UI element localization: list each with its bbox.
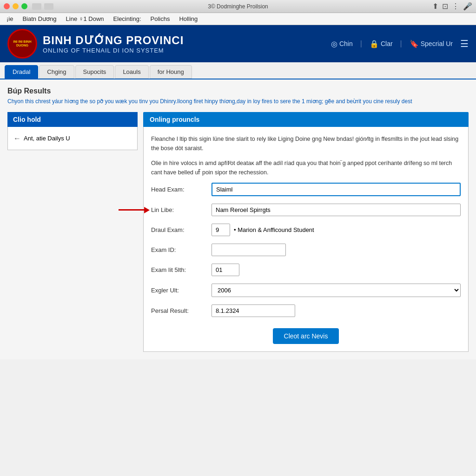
submit-button[interactable]: Cleot arc Nevis <box>273 328 339 344</box>
tab-chging[interactable]: Chging <box>39 65 74 79</box>
exam-lit-input[interactable] <box>212 264 239 276</box>
draul-exam-text: • Marion & Anfficound Student <box>234 226 314 233</box>
main-content: Búp Results Chyon this chrest yáur hìơng… <box>0 79 476 359</box>
lin-libe-input[interactable] <box>212 204 461 216</box>
close-button[interactable] <box>4 3 10 9</box>
exam-id-row: Exam ID: <box>151 244 461 256</box>
more-icon[interactable]: ⋮ <box>452 2 459 11</box>
lin-libe-row: Lin Libe: <box>151 204 461 216</box>
menu-file[interactable]: ¡ie <box>3 14 17 23</box>
clar-button[interactable]: 🔒 Clar <box>370 40 393 48</box>
chin-icon: ◎ <box>331 40 337 48</box>
persal-result-input[interactable] <box>212 304 295 317</box>
exam-lit-label: Exam Iit 5lth: <box>151 266 212 273</box>
header-left: INI INI BINH DUONG BINH DƯỚNG PROVINCI O… <box>7 29 184 59</box>
menu-polichs[interactable]: Polichs <box>147 14 174 23</box>
draul-exam-value: • Marion & Anfficound Student <box>212 224 314 236</box>
submit-row: Cleot arc Nevis <box>151 324 461 344</box>
hamburger-icon[interactable]: ☰ <box>460 38 469 49</box>
draul-exam-label: Draul Exam: <box>151 226 212 233</box>
person-icon: 🔖 <box>410 40 419 48</box>
exgler-ult-select[interactable]: 2006 2007 2008 <box>212 284 461 297</box>
left-panel: Clio hold ← Ant, atie Dailys U <box>7 112 138 352</box>
right-panel: Onling prouncls Fleanche l ltip this sig… <box>143 112 469 352</box>
header-title: BINH DƯỚNG PROVINCI <box>43 34 184 47</box>
arrow-line <box>119 209 144 211</box>
titlebar-right: ⬆ ⊡ ⋮ 🎤 <box>432 2 472 11</box>
header-nav-right: ◎ Chin | 🔒 Clar | 🔖 Specrial Ur ☰ <box>331 38 469 49</box>
mic-icon[interactable]: 🎤 <box>463 2 472 11</box>
left-panel-body: ← Ant, atie Dailys U <box>7 127 138 150</box>
back-icon[interactable] <box>32 3 41 10</box>
red-arrow-annotation <box>119 207 150 213</box>
exgler-ult-label: Exgler Ult: <box>151 287 212 294</box>
minimize-button[interactable] <box>13 3 19 9</box>
draul-exam-number-input[interactable] <box>212 224 230 236</box>
exam-id-label: Exam ID: <box>151 246 212 253</box>
description-text-1: Fleanche l ltip this sigin lüne tine sla… <box>151 134 461 153</box>
breadcrumb-label: Ant, atie Dailys U <box>24 135 70 142</box>
tab-loauls[interactable]: Loauls <box>115 65 148 79</box>
content-columns: Clio hold ← Ant, atie Dailys U Onling pr… <box>7 112 469 352</box>
right-panel-body: Fleanche l ltip this sigin lüne tine sla… <box>143 127 469 352</box>
exam-lit-row: Exam Iit 5lth: <box>151 264 461 276</box>
logo: INI INI BINH DUONG <box>7 29 37 59</box>
head-exam-label: Head Exam: <box>151 186 212 193</box>
description-text-2: Olie in hìre volocs in amd apfíf⁄ot deat… <box>151 159 461 177</box>
menu-holling[interactable]: Holling <box>175 14 201 23</box>
forward-icon[interactable] <box>44 3 53 10</box>
menu-line-down[interactable]: Line ♀1 Down <box>62 14 108 23</box>
titlebar: 3© Dodminghe Proilsion ⬆ ⊡ ⋮ 🎤 <box>0 0 476 13</box>
tab-for-houng[interactable]: for Houng <box>150 65 192 79</box>
header-subtitle: ONLING OF THENAIL DI ION SYSTEM <box>43 47 184 54</box>
persal-result-row: Persal Result: <box>151 304 461 317</box>
head-exam-input[interactable] <box>212 183 461 196</box>
exam-id-input[interactable] <box>212 244 286 256</box>
page-title: Búp Results <box>7 87 469 95</box>
left-panel-header: Clio hold <box>7 112 138 127</box>
head-exam-row: Head Exam: <box>151 183 461 196</box>
arrow-head-icon <box>144 207 150 213</box>
persal-result-label: Persal Result: <box>151 307 212 314</box>
tab-dradal[interactable]: Dradal <box>5 65 38 79</box>
back-arrow-icon[interactable]: ← <box>13 134 21 143</box>
menu-biatn[interactable]: Biatn Dương <box>19 14 60 23</box>
menu-elecinting[interactable]: Elecinting: <box>110 14 145 23</box>
maximize-button[interactable] <box>21 3 27 9</box>
exgler-ult-row: Exgler Ult: 2006 2007 2008 <box>151 284 461 297</box>
menubar: ¡ie Biatn Dương Line ♀1 Down Elecinting:… <box>0 13 476 25</box>
header-text: BINH DƯỚNG PROVINCI ONLING OF THENAIL DI… <box>43 34 184 54</box>
window-controls[interactable] <box>4 3 53 10</box>
divider-1: | <box>360 40 362 48</box>
bookmark-icon[interactable]: ⊡ <box>442 2 448 11</box>
draul-exam-row: Draul Exam: • Marion & Anfficound Studen… <box>151 224 461 236</box>
lin-libe-label: Lin Libe: <box>151 206 212 213</box>
lock-icon: 🔒 <box>370 40 379 48</box>
right-panel-header: Onling prouncls <box>143 112 469 127</box>
window-title: 3© Dodminghe Proilsion <box>208 3 268 10</box>
nav-tabs: Dradal Chging Supocits Loauls for Houng <box>0 62 476 79</box>
divider-2: | <box>400 40 402 48</box>
share-icon[interactable]: ⬆ <box>432 2 438 11</box>
special-button[interactable]: 🔖 Specrial Ur <box>410 40 453 48</box>
page-description: Chyon this chrest yáur hìơng the so pỡ y… <box>7 97 469 106</box>
chin-button[interactable]: ◎ Chin <box>331 40 353 48</box>
tab-supocits[interactable]: Supocits <box>75 65 114 79</box>
header-banner: INI INI BINH DUONG BINH DƯỚNG PROVINCI O… <box>0 25 476 62</box>
